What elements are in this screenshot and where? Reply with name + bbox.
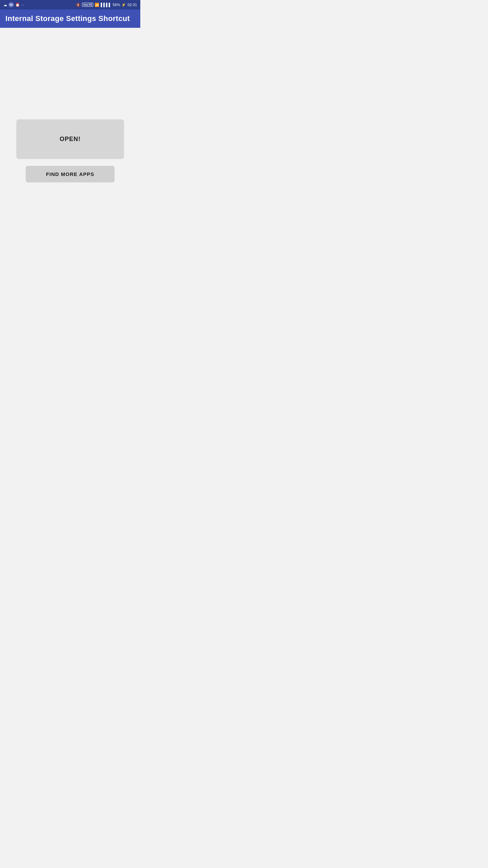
mute-icon: 🔇 [76, 3, 81, 7]
weather-icon: ☁ [3, 3, 7, 7]
signal-icon: ▌▌▌▌ [101, 3, 111, 7]
wifi-icon: 📶 [95, 3, 99, 7]
status-bar: ☁ 56 ⏰ ··· 🔇 VoLTE 📶 ▌▌▌▌ 56% ⚡ 02:31 [0, 0, 140, 9]
volte-badge: VoLTE [82, 3, 93, 7]
open-button[interactable]: OPEN! [16, 119, 124, 159]
app-bar-title: Internal Storage Settings Shortcut [5, 14, 130, 23]
time: 02:31 [127, 3, 137, 7]
main-content: OPEN! FIND MORE APPS [0, 28, 140, 301]
alarm-icon: ⏰ [15, 3, 20, 7]
notification-badge: 56 [8, 2, 14, 7]
buttons-container: OPEN! FIND MORE APPS [7, 119, 134, 182]
status-bar-left: ☁ 56 ⏰ ··· [3, 2, 24, 7]
battery-percent: 56% [113, 3, 120, 7]
find-more-apps-button[interactable]: FIND MORE APPS [26, 166, 115, 182]
more-icon: ··· [21, 3, 24, 7]
status-bar-right: 🔇 VoLTE 📶 ▌▌▌▌ 56% ⚡ 02:31 [76, 3, 137, 7]
charging-icon: ⚡ [121, 3, 126, 7]
app-bar: Internal Storage Settings Shortcut [0, 9, 140, 28]
